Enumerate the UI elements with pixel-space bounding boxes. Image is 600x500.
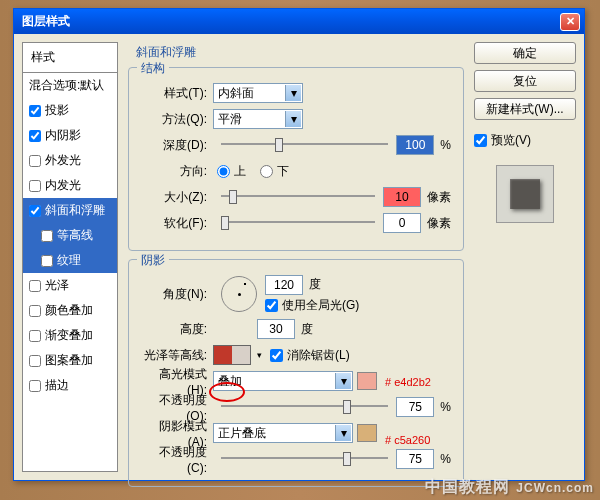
sidebar-item-8[interactable]: 光泽 [23,273,117,298]
sidebar-item-label: 内发光 [45,177,81,194]
sidebar-item-0[interactable]: 混合选项:默认 [23,73,117,98]
panel-title: 斜面和浮雕 [136,44,464,61]
direction-label: 方向: [141,163,213,180]
structure-legend: 结构 [137,60,169,77]
sidebar-item-3[interactable]: 外发光 [23,148,117,173]
shadow-color-swatch[interactable] [357,424,377,442]
sidebar-item-1[interactable]: 投影 [23,98,117,123]
sidebar-item-4[interactable]: 内发光 [23,173,117,198]
highlight-mode-select[interactable]: 叠加▾ [213,371,353,391]
dialog-content: 样式 混合选项:默认投影内阴影外发光内发光斜面和浮雕等高线纹理光泽颜色叠加渐变叠… [14,34,584,480]
shadow-mode-select[interactable]: 正片叠底▾ [213,423,353,443]
soften-slider[interactable] [221,214,375,232]
sidebar-head: 样式 [23,43,117,73]
depth-unit: % [440,138,451,152]
sidebar-item-2[interactable]: 内阴影 [23,123,117,148]
size-slider[interactable] [221,188,375,206]
angle-input[interactable]: 120 [265,275,303,295]
sidebar-item-11[interactable]: 图案叠加 [23,348,117,373]
depth-label: 深度(D): [141,137,213,154]
chevron-down-icon[interactable]: ▾ [257,350,262,360]
soften-label: 软化(F): [141,215,213,232]
sidebar-item-9[interactable]: 颜色叠加 [23,298,117,323]
altitude-label: 高度: [141,321,213,338]
antialias-label: 消除锯齿(L) [287,347,350,364]
antialias-checkbox[interactable] [270,349,283,362]
preview-thumbnail [496,165,554,223]
shading-fieldset: 阴影 角度(N): 120 度 使用全局光(G) [128,259,464,487]
sidebar-checkbox[interactable] [29,205,41,217]
sidebar-item-7[interactable]: 纹理 [23,248,117,273]
sidebar-item-label: 内阴影 [45,127,81,144]
altitude-input[interactable]: 30 [257,319,295,339]
preview-label: 预览(V) [491,132,531,149]
highlight-color-swatch[interactable] [357,372,377,390]
sidebar-checkbox[interactable] [41,255,53,267]
sidebar-checkbox[interactable] [29,280,41,292]
angle-unit: 度 [309,276,321,293]
sidebar-checkbox[interactable] [29,180,41,192]
sidebar-item-label: 外发光 [45,152,81,169]
close-button[interactable]: ✕ [560,13,580,31]
chevron-down-icon: ▾ [335,425,351,441]
ok-button[interactable]: 确定 [474,42,576,64]
titlebar[interactable]: 图层样式 ✕ [14,9,584,34]
sidebar-checkbox[interactable] [41,230,53,242]
global-light-checkbox[interactable] [265,299,278,312]
gloss-label: 光泽等高线: [141,347,213,364]
sidebar-item-label: 投影 [45,102,69,119]
sidebar-checkbox[interactable] [29,380,41,392]
chevron-down-icon: ▾ [285,111,301,127]
sidebar-checkbox[interactable] [29,305,41,317]
style-select[interactable]: 内斜面▾ [213,83,303,103]
angle-label: 角度(N): [141,286,213,303]
hi-opacity-input[interactable]: 75 [396,397,434,417]
sidebar-item-12[interactable]: 描边 [23,373,117,398]
watermark: 中国教程网JCWcn.com [425,474,594,498]
sidebar-checkbox[interactable] [29,155,41,167]
sh-opacity-label: 不透明度(C): [141,444,213,475]
sidebar-item-6[interactable]: 等高线 [23,223,117,248]
hi-opacity-slider[interactable] [221,398,388,416]
sidebar-checkbox[interactable] [29,355,41,367]
altitude-unit: 度 [301,321,313,338]
size-input[interactable]: 10 [383,187,421,207]
sidebar-item-label: 等高线 [57,227,93,244]
depth-input[interactable]: 100 [396,135,434,155]
chevron-down-icon: ▾ [285,85,301,101]
direction-up-radio[interactable] [217,165,230,178]
sidebar-item-label: 图案叠加 [45,352,93,369]
sidebar-item-label: 光泽 [45,277,69,294]
sidebar-checkbox[interactable] [29,130,41,142]
size-label: 大小(Z): [141,189,213,206]
structure-fieldset: 结构 样式(T): 内斜面▾ 方法(Q): 平滑▾ 深度(D): 100 % 方… [128,67,464,251]
direction-down-radio[interactable] [260,165,273,178]
method-select[interactable]: 平滑▾ [213,109,303,129]
angle-wheel[interactable] [221,276,257,312]
sh-opacity-slider[interactable] [221,450,388,468]
sidebar-checkbox[interactable] [29,330,41,342]
size-unit: 像素 [427,189,451,206]
sidebar-item-label: 斜面和浮雕 [45,202,105,219]
sidebar-checkbox[interactable] [29,105,41,117]
main-panel: 斜面和浮雕 结构 样式(T): 内斜面▾ 方法(Q): 平滑▾ 深度(D): 1… [118,42,474,472]
sidebar-item-5[interactable]: 斜面和浮雕 [23,198,117,223]
annotation-text: # c5a260 [385,434,430,446]
button-column: 确定 复位 新建样式(W)... 预览(V) [474,42,576,472]
cancel-button[interactable]: 复位 [474,70,576,92]
style-label: 样式(T): [141,85,213,102]
global-light-label: 使用全局光(G) [282,297,359,314]
sidebar-item-label: 描边 [45,377,69,394]
window-title: 图层样式 [18,13,560,30]
chevron-down-icon: ▾ [335,373,351,389]
layer-style-dialog: 图层样式 ✕ 样式 混合选项:默认投影内阴影外发光内发光斜面和浮雕等高线纹理光泽… [13,8,585,481]
sh-opacity-input[interactable]: 75 [396,449,434,469]
depth-slider[interactable] [221,136,388,154]
new-style-button[interactable]: 新建样式(W)... [474,98,576,120]
preview-checkbox[interactable] [474,134,487,147]
sidebar-item-label: 渐变叠加 [45,327,93,344]
sidebar-item-10[interactable]: 渐变叠加 [23,323,117,348]
gloss-contour-picker[interactable] [213,345,251,365]
annotation-text: # e4d2b2 [385,376,431,388]
soften-input[interactable]: 0 [383,213,421,233]
